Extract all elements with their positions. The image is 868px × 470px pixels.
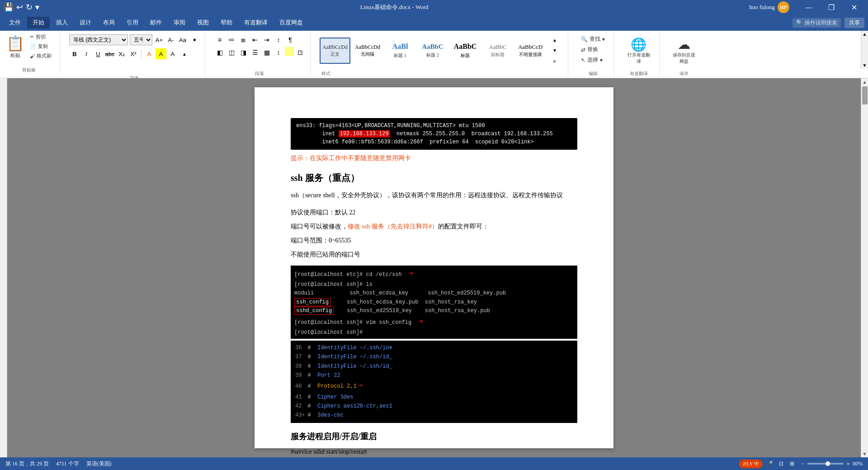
vim-line-36: 36 # IdentityFile ~/.ssh/ioe bbox=[295, 343, 573, 352]
menu-baidu[interactable]: 百度网盘 bbox=[274, 17, 308, 28]
line-spacing-button[interactable]: ↕ bbox=[273, 47, 284, 58]
save-icon[interactable]: 💾 bbox=[4, 2, 14, 12]
menu-youdao[interactable]: 有道翻译 bbox=[239, 17, 273, 28]
style-wujian[interactable]: AaBbCcDd无间隔 bbox=[352, 38, 383, 64]
align-center-button[interactable]: ◫ bbox=[226, 47, 237, 58]
restore-button[interactable]: ❐ bbox=[821, 0, 842, 14]
font-grow-button[interactable]: A+ bbox=[154, 35, 164, 45]
scroll-down-button[interactable]: ▼ bbox=[861, 450, 868, 457]
zoom-control[interactable]: － ＋ 00% bbox=[800, 460, 863, 468]
increase-indent-button[interactable]: ⇥ bbox=[261, 34, 272, 45]
highlight-button[interactable]: A bbox=[156, 48, 166, 59]
font-name-select[interactable]: 等线 (西文正文) bbox=[69, 34, 128, 45]
style-biaoti2[interactable]: AaBbC标题 2 bbox=[417, 38, 448, 64]
ribbon-scroll-down[interactable]: ▼ bbox=[862, 62, 868, 69]
multilevel-list-button[interactable]: ≣ bbox=[238, 34, 249, 45]
font-size-select[interactable]: 五号 bbox=[130, 34, 152, 45]
decrease-indent-button[interactable]: ⇤ bbox=[250, 34, 260, 45]
paragraph-label: 段落 bbox=[214, 69, 305, 77]
vim-line-43: 43+# 3des-cbc bbox=[295, 411, 573, 420]
save-to-baidu-button[interactable]: ☁ 保存到百度网盘 bbox=[670, 35, 698, 66]
underline-button[interactable]: U bbox=[93, 48, 104, 59]
scroll-thumb[interactable] bbox=[862, 86, 868, 104]
font-group: 等线 (西文正文) 五号 A+ A- Aa ✦ B I U abc X₂ X² … bbox=[69, 33, 205, 81]
find-dropdown-icon: ▾ bbox=[602, 36, 605, 43]
font-size-up-button[interactable]: ▲ bbox=[179, 48, 190, 59]
scroll-up-button[interactable]: ▲ bbox=[861, 78, 868, 85]
styles-scroll-up[interactable]: ▲ bbox=[549, 35, 560, 45]
select-button[interactable]: ↖ 选择 ▾ bbox=[577, 55, 609, 65]
style-fubiaoti[interactable]: AaBbC副标题 bbox=[482, 38, 513, 64]
ifly-button[interactable]: iFLY 中 bbox=[739, 460, 763, 468]
bullet-list-button[interactable]: ≡ bbox=[214, 34, 225, 45]
style-biaoti[interactable]: AaBbC标题 bbox=[450, 38, 481, 64]
menu-file[interactable]: 文件 bbox=[4, 17, 26, 28]
font-color2-button[interactable]: A bbox=[167, 48, 178, 59]
save-baidu-icon: ☁ bbox=[678, 37, 690, 52]
replace-button[interactable]: ⇄ 替换 bbox=[577, 45, 609, 54]
shading-button[interactable] bbox=[285, 47, 294, 56]
document-content[interactable]: ens33: flags=4163<UP,BROADCAST,RUNNING,M… bbox=[7, 78, 861, 457]
superscript-button[interactable]: X² bbox=[128, 48, 139, 59]
show-marks-button[interactable]: ¶ bbox=[285, 34, 296, 45]
ribbon-scroll-up[interactable]: ▲ bbox=[862, 31, 868, 38]
close-button[interactable]: ✕ bbox=[844, 0, 864, 14]
zoom-track[interactable] bbox=[807, 463, 844, 465]
bold-button[interactable]: B bbox=[69, 48, 80, 59]
document-scrollbar[interactable]: ▲ ▼ bbox=[861, 78, 868, 457]
font-shrink-button[interactable]: A- bbox=[166, 35, 176, 45]
menu-help[interactable]: 帮助 bbox=[215, 17, 238, 28]
open-translation-button[interactable]: 🌐 打开有道翻译 bbox=[625, 35, 652, 66]
user-avatar[interactable]: HP bbox=[778, 1, 789, 13]
zoom-in-button[interactable]: ＋ bbox=[845, 460, 851, 468]
cut-button[interactable]: ✂ 剪切 bbox=[27, 33, 54, 41]
styles-more[interactable]: ≡ bbox=[549, 56, 560, 66]
window-title: Linux基础命令.docx - Word bbox=[39, 3, 749, 11]
italic-button[interactable]: I bbox=[81, 48, 92, 59]
justify-button[interactable]: ☰ bbox=[250, 47, 260, 58]
translation-label: 有道翻译 bbox=[623, 69, 654, 77]
mic-icon[interactable]: 🎤 bbox=[766, 461, 773, 467]
clear-format-button[interactable]: ✦ bbox=[189, 35, 199, 45]
share-button[interactable]: 共享 bbox=[844, 18, 864, 28]
menu-home[interactable]: 开始 bbox=[27, 17, 50, 28]
case-button[interactable]: Aa bbox=[178, 35, 188, 45]
text-color-button[interactable]: A bbox=[144, 48, 155, 59]
numbered-list-button[interactable]: ≔ bbox=[226, 34, 237, 45]
menu-review[interactable]: 审阅 bbox=[168, 17, 191, 28]
menu-insert[interactable]: 插入 bbox=[51, 17, 73, 28]
web-layout-button[interactable]: ⊞ bbox=[788, 459, 797, 468]
minimize-button[interactable]: — bbox=[798, 0, 819, 14]
align-right-button[interactable]: ◨ bbox=[238, 47, 249, 58]
vim-line-40: 40 # Protocol 2,1➔ bbox=[295, 380, 573, 392]
sort-button[interactable]: ↕ bbox=[273, 34, 284, 45]
copy-button[interactable]: 📄 复制 bbox=[27, 42, 54, 51]
zoom-out-button[interactable]: － bbox=[800, 460, 806, 468]
menu-view[interactable]: 视图 bbox=[192, 17, 214, 28]
style-biaoti1[interactable]: AaBl标题 1 bbox=[385, 38, 415, 64]
columns-button[interactable]: ▦ bbox=[261, 47, 272, 58]
redo-icon[interactable]: ↻ bbox=[26, 2, 33, 12]
search-input[interactable]: 操作说明搜索 bbox=[805, 19, 837, 27]
subscript-button[interactable]: X₂ bbox=[116, 48, 127, 59]
border-button[interactable]: ⊡ bbox=[295, 47, 306, 58]
menu-mail[interactable]: 邮件 bbox=[145, 17, 167, 28]
modify-red-text: 修改 ssh 服务（先去掉注释符#） bbox=[348, 223, 438, 230]
undo-icon[interactable]: ↩ bbox=[16, 2, 23, 12]
menu-design[interactable]: 设计 bbox=[74, 17, 97, 28]
print-layout-button[interactable]: ⊡ bbox=[777, 459, 786, 468]
find-button[interactable]: 🔍 查找 ▾ bbox=[577, 34, 609, 44]
paste-button[interactable]: 📋 粘贴 bbox=[4, 33, 27, 61]
menu-layout[interactable]: 布局 bbox=[98, 17, 120, 28]
menu-references[interactable]: 引用 bbox=[121, 17, 144, 28]
pin-icon[interactable]: ▾ bbox=[35, 2, 39, 12]
strikethrough-button[interactable]: abc bbox=[104, 48, 115, 59]
port-range: 端口号范围：0~65535 bbox=[291, 235, 577, 246]
style-bumingxian[interactable]: AaBbCcD不明显强调 bbox=[515, 38, 546, 64]
align-left-button[interactable]: ◧ bbox=[214, 47, 225, 58]
style-zhengwen[interactable]: AaBbCcDd正文 bbox=[320, 38, 350, 64]
styles-scroll-down[interactable]: ▼ bbox=[549, 45, 560, 56]
format-painter-button[interactable]: 🖌 格式刷 bbox=[27, 52, 54, 60]
document-page[interactable]: ens33: flags=4163<UP,BROADCAST,RUNNING,M… bbox=[255, 87, 613, 448]
translation-group: 🌐 打开有道翻译 有道翻译 bbox=[623, 33, 660, 77]
